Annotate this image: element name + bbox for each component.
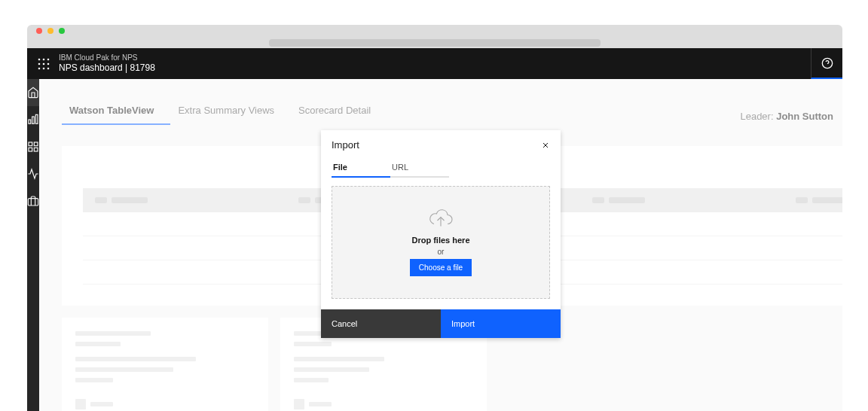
cancel-button[interactable]: Cancel — [321, 309, 441, 338]
file-dropzone[interactable]: Drop files here or Choose a file — [332, 186, 550, 299]
close-window-icon[interactable] — [36, 28, 42, 34]
svg-rect-11 — [29, 120, 31, 123]
svg-rect-16 — [34, 148, 38, 151]
svg-point-7 — [43, 67, 45, 69]
svg-point-0 — [38, 58, 41, 60]
svg-point-2 — [47, 58, 50, 60]
modal-tab-url[interactable]: URL — [390, 158, 449, 178]
svg-point-1 — [43, 58, 45, 60]
help-button[interactable] — [811, 48, 842, 79]
app-title-block: IBM Cloud Pak for NPS NPS dashboard | 81… — [59, 53, 155, 73]
sidebar-item-activity[interactable] — [27, 160, 39, 187]
svg-point-4 — [43, 62, 45, 65]
modal-tabs: File URL — [321, 158, 561, 178]
sidebar-item-home[interactable] — [27, 79, 39, 106]
briefcase-icon — [27, 195, 39, 207]
bar-chart-icon — [27, 114, 39, 126]
svg-point-3 — [38, 62, 41, 65]
upload-cloud-icon — [427, 209, 454, 228]
browser-traffic-lights — [27, 25, 842, 37]
app-title: NPS dashboard | 81798 — [59, 62, 155, 73]
svg-rect-15 — [34, 142, 38, 146]
drop-text: Drop files here — [411, 236, 469, 245]
svg-point-6 — [38, 67, 41, 69]
svg-rect-17 — [29, 148, 32, 151]
import-button[interactable]: Import — [441, 309, 561, 338]
app-header: IBM Cloud Pak for NPS NPS dashboard | 81… — [27, 48, 842, 79]
app-switcher-icon[interactable] — [38, 58, 50, 70]
app-subtitle: IBM Cloud Pak for NPS — [59, 53, 155, 62]
home-icon — [27, 87, 39, 99]
minimize-window-icon[interactable] — [47, 28, 53, 34]
sidebar-item-apps[interactable] — [27, 133, 39, 160]
or-text: or — [438, 248, 445, 256]
import-modal: Import File URL Drop files here or Choos… — [321, 130, 561, 338]
url-bar[interactable] — [269, 39, 601, 47]
svg-rect-18 — [28, 199, 38, 206]
maximize-window-icon[interactable] — [59, 28, 65, 34]
svg-point-8 — [47, 67, 50, 69]
svg-rect-12 — [32, 117, 35, 123]
svg-rect-14 — [29, 142, 32, 146]
choose-file-button[interactable]: Choose a file — [410, 259, 472, 276]
browser-url-bar-area — [27, 37, 842, 48]
sidebar-item-work[interactable] — [27, 187, 39, 215]
modal-title: Import — [332, 139, 359, 151]
svg-point-5 — [47, 62, 50, 65]
sidebar-item-chart[interactable] — [27, 106, 39, 133]
apps-icon — [27, 141, 39, 153]
sidebar — [27, 79, 39, 411]
modal-tab-file[interactable]: File — [332, 158, 390, 178]
activity-icon — [27, 168, 39, 180]
help-icon — [821, 57, 833, 69]
svg-rect-13 — [35, 114, 38, 123]
close-icon[interactable] — [541, 141, 550, 150]
